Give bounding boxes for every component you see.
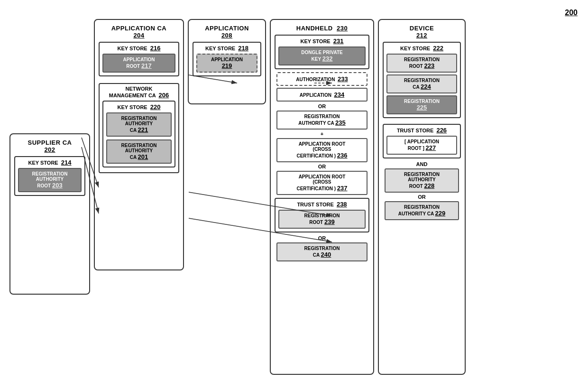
- plus-label: +: [275, 131, 369, 137]
- application-ca-title: APPLICATION CA204: [99, 25, 179, 39]
- diagram-container: 200 SUPPLIER CA202 KEY STORE 214 REGISTR…: [0, 0, 588, 390]
- application-column: APPLICATION208 KEY STORE 218 APPLICATION…: [188, 19, 266, 104]
- network-mgmt-ca-title: NETWORKMANAGEMENT CA 206: [102, 86, 175, 99]
- key-store-218: KEY STORE 218 APPLICATION219: [193, 42, 261, 76]
- key-store-231-label: KEY STORE 231: [278, 37, 366, 45]
- key-store-214: KEY STORE 214 REGISTRATIONAUTHORITYROOT …: [14, 156, 85, 196]
- registration-authority-root-203: REGISTRATIONAUTHORITYROOT 203: [18, 168, 82, 192]
- or-label-2: OR: [275, 164, 369, 169]
- or-label-device: OR: [383, 194, 461, 200]
- application-234: APPLICATION 234: [276, 88, 368, 102]
- trust-store-226-label: TRUST STORE 226: [386, 127, 457, 134]
- trust-store-226: TRUST STORE 226 [ APPLICATIONROOT ] 227: [383, 124, 461, 158]
- key-store-216-label: KEY STORE 216: [102, 45, 175, 52]
- key-store-220-label: KEY STORE 220: [106, 103, 172, 111]
- supplier-ca-title: SUPPLIER CA202: [14, 139, 85, 153]
- and-label: AND: [383, 161, 461, 167]
- key-store-214-label: KEY STORE 214: [18, 159, 82, 166]
- application-root-227: [ APPLICATIONROOT ] 227: [386, 136, 457, 155]
- key-store-222-label: KEY STORE 222: [386, 45, 457, 52]
- registration-root-223: REGISTRATIONROOT 223: [386, 54, 457, 73]
- key-store-231: KEY STORE 231 DONGLE PRIVATEKEY 232: [275, 35, 369, 69]
- device-title: DEVICE212: [383, 25, 461, 39]
- handheld-column: HANDHELD 230 KEY STORE 231 DONGLE PRIVAT…: [270, 19, 374, 375]
- trust-store-238: TRUST STORE 238 REGISTRATIONROOT 239: [275, 198, 369, 232]
- key-store-220: KEY STORE 220 REGISTRATIONAUTHORITYCA 22…: [102, 101, 175, 167]
- reg-authority-ca-235: REGISTRATIONAUTHORITY CA 235: [276, 111, 368, 130]
- network-mgmt-ca-206: NETWORKMANAGEMENT CA 206 KEY STORE 220 R…: [99, 83, 179, 173]
- device-column: DEVICE212 KEY STORE 222 REGISTRATIONROOT…: [378, 19, 466, 375]
- key-store-216: KEY STORE 216 APPLICATIONROOT 217: [99, 42, 179, 76]
- main-columns: SUPPLIER CA202 KEY STORE 214 REGISTRATIO…: [9, 9, 579, 381]
- registration-authority-ca-221: REGISTRATIONAUTHORITYCA 221: [106, 112, 172, 137]
- supplier-ca-column: SUPPLIER CA202 KEY STORE 214 REGISTRATIO…: [9, 133, 90, 295]
- authorization-233: AUTHORIZATION 233: [276, 72, 368, 86]
- or-label-1: OR: [275, 103, 369, 109]
- dongle-private-key-232: DONGLE PRIVATEKEY 232: [278, 46, 366, 65]
- registration-ca-224: REGISTRATIONCA 224: [386, 74, 457, 93]
- handheld-title: HANDHELD 230: [275, 25, 369, 32]
- registration-root-239: REGISTRATIONROOT 239: [278, 210, 366, 229]
- application-root-217: APPLICATIONROOT 217: [102, 54, 175, 73]
- trust-store-238-label: TRUST STORE 238: [278, 201, 366, 208]
- app-root-cross-236: APPLICATION ROOT(CROSSCERTIFICATION ) 23…: [276, 138, 368, 162]
- key-store-222: KEY STORE 222 REGISTRATIONROOT 223 REGIS…: [383, 42, 461, 118]
- application-title: APPLICATION208: [193, 25, 261, 39]
- reg-authority-ca-229: REGISTRATIONAUTHORITY CA 229: [385, 201, 459, 220]
- registration-authority-ca-201: REGISTRATIONAUTHORITYCA 201: [106, 139, 172, 164]
- registration-225: REGISTRATION225: [386, 95, 457, 114]
- reg-authority-root-228: REGISTRATIONAUTHORITYROOT 228: [385, 168, 459, 193]
- registration-ca-240: REGISTRATIONCA 240: [276, 242, 368, 261]
- application-ca-column: APPLICATION CA204 KEY STORE 216 APPLICAT…: [94, 19, 184, 270]
- application-219: APPLICATION219: [196, 54, 257, 73]
- or-label-3: OR: [275, 235, 369, 241]
- key-store-218-label: KEY STORE 218: [196, 45, 257, 52]
- app-root-cross-237: APPLICATION ROOT(CROSSCERTIFICATION ) 23…: [276, 171, 368, 195]
